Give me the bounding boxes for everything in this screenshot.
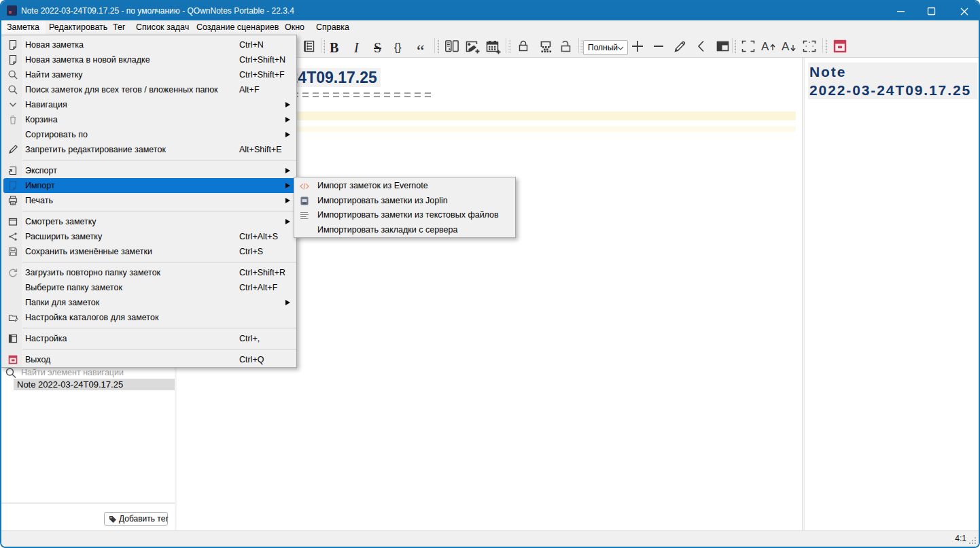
svg-text:A: A [782,40,790,53]
svg-text:A: A [761,40,769,53]
